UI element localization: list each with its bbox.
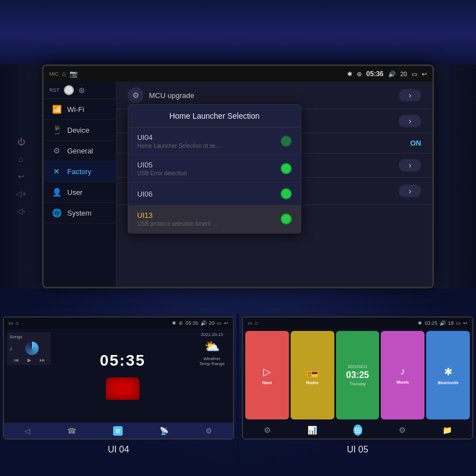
- music-disc: [25, 342, 39, 355]
- status-bar-right: ✱ ⊛ 05:36 🔊 20 ▭ ↩: [347, 70, 427, 78]
- sidebar-item-general[interactable]: ⚙ General: [44, 141, 116, 161]
- usb-error-toggle[interactable]: ON: [410, 139, 422, 147]
- ui04-right-panel: 2021.03.15 ⛅ Weather Temp Range: [191, 329, 233, 423]
- ui05-main-content: ▷ Navi 📻 Radio 2021/03/11 03:25 Thursday: [243, 329, 472, 438]
- sub-screen-ui05-bezel: ▭ ⌂ ✱ 03:25 🔊 18 ▭ ↩: [242, 316, 473, 440]
- dropdown-item-ui06[interactable]: UI06: [128, 183, 301, 206]
- dropdown-item-ui05[interactable]: UI05 USB Error detection: [128, 155, 301, 183]
- sidebar: RST ⊛ 📶 Wi-Fi 📱 Device ⚙ General ✕: [44, 82, 116, 287]
- ui05-indicator: [281, 163, 292, 174]
- dropdown-sub-ui13: USB protocol selection lunent ...: [137, 221, 217, 227]
- ui04-time: 05:35: [185, 320, 198, 326]
- screenshot-icon: 📷: [69, 70, 78, 78]
- sidebar-item-user[interactable]: 👤 User: [44, 182, 116, 203]
- sidebar-item-device[interactable]: 📱 Device: [44, 120, 116, 141]
- ui04-vol-level: 20: [209, 320, 214, 326]
- user-icon: 👤: [52, 188, 62, 197]
- ui05-nav-bar-chart[interactable]: 📊: [307, 426, 317, 435]
- app-tile-music[interactable]: ♪ Music: [381, 331, 424, 419]
- ui04-home-icon: ⌂: [16, 320, 18, 326]
- radio-icon: 📻: [306, 366, 319, 378]
- side-left-decor: ⏻ ⌂ ↩ ◁+ ◁-: [0, 64, 42, 288]
- ui05-label: UI 05: [347, 445, 368, 455]
- settings-row-mcu-left: ⚙ MCU upgrade: [128, 87, 194, 103]
- sidebar-label-factory: Factory: [67, 167, 91, 176]
- ui05-bt-icon: ✱: [418, 320, 422, 326]
- mcu-icon-circle: ⚙: [128, 87, 143, 103]
- rst-circle[interactable]: [64, 85, 74, 95]
- music-icon: ♪: [400, 366, 405, 377]
- ui05-nav-settings[interactable]: ⚙: [264, 426, 271, 435]
- sub-screen-ui04-bezel: ▭ ⌂ ✱ ⊛ 05:35 🔊 20 ▭ ↩: [3, 316, 234, 440]
- dropdown-item-ui13-info: UI13 USB protocol selection lunent ...: [137, 211, 217, 227]
- side-left-icon-3: ↩: [18, 172, 25, 181]
- ui04-back[interactable]: ↩: [224, 320, 228, 326]
- wifi-status-icon: ⊛: [357, 71, 362, 78]
- sub-screen-ui04-inner: ▭ ⌂ ✱ ⊛ 05:35 🔊 20 ▭ ↩: [4, 318, 233, 438]
- ui05-status-bar: ▭ ⌂ ✱ 03:25 🔊 18 ▭ ↩: [243, 318, 472, 329]
- side-left-icon-1: ⏻: [17, 137, 25, 146]
- ui04-car-visual: [106, 373, 139, 400]
- weather-date: 2021.03.15: [200, 332, 223, 337]
- app-grid: ▷ Navi 📻 Radio 2021/03/11 03:25 Thursday: [243, 329, 472, 422]
- back-icon[interactable]: ↩: [422, 71, 427, 78]
- sidebar-item-system[interactable]: 🌐 System: [44, 203, 116, 223]
- dropdown-sub-ui04: Home Launcher Selection nt se...: [137, 143, 220, 149]
- play-icon[interactable]: ▶: [27, 357, 31, 363]
- mcu-chevron[interactable]: ›: [399, 89, 421, 101]
- sidebar-item-wifi[interactable]: 📶 Wi-Fi: [44, 99, 116, 120]
- music-label: Music: [396, 380, 409, 385]
- ui04-big-time: 05:35: [100, 352, 146, 370]
- app-tile-radio[interactable]: 📻 Radio: [291, 331, 334, 419]
- usb-protocol-chevron[interactable]: ›: [399, 159, 421, 171]
- main-content: RST ⊛ 📶 Wi-Fi 📱 Device ⚙ General ✕: [44, 82, 432, 287]
- dashboard-top: [0, 0, 476, 73]
- music-disc-row: ♪: [10, 340, 49, 356]
- status-bar: MIC ⌂ 📷 ✱ ⊛ 05:36 🔊 20 ▭ ↩: [44, 66, 432, 82]
- side-left-icon-5: ◁-: [17, 207, 26, 216]
- dropdown-item-ui13[interactable]: UI13 USB protocol selection lunent ...: [128, 206, 301, 233]
- prev-icon[interactable]: ⏮: [14, 357, 19, 363]
- songs-label: Songs: [10, 334, 49, 339]
- ui04-center-panel: 05:35: [54, 329, 191, 423]
- sidebar-label-device: Device: [67, 126, 90, 134]
- nav-phone-icon[interactable]: ☎: [67, 427, 76, 435]
- system-icon: 🌐: [52, 208, 62, 217]
- dropdown-item-ui04[interactable]: UI04 Home Launcher Selection nt se...: [128, 128, 301, 155]
- main-screen-bezel: MIC ⌂ 📷 ✱ ⊛ 05:36 🔊 20 ▭ ↩ RST ⊛: [42, 64, 434, 288]
- row2-chevron[interactable]: ›: [399, 115, 421, 127]
- nav-arrow-icon[interactable]: ◁: [25, 427, 30, 435]
- dropdown-item-ui05-info: UI05 USB Error detection: [137, 161, 187, 176]
- next-icon[interactable]: ⏭: [40, 357, 45, 363]
- ui04-navbar: ◁ ☎ ⊞ 📡 ⚙: [4, 423, 233, 438]
- navi-icon: ▷: [263, 366, 271, 378]
- ui04-vol-icon: 🔊: [200, 320, 207, 326]
- ui04-status-bar: ▭ ⌂ ✱ ⊛ 05:35 🔊 20 ▭ ↩: [4, 318, 233, 329]
- dropdown-label-ui04: UI04: [137, 133, 220, 142]
- bluetooth-status-icon: ✱: [347, 71, 352, 78]
- app-tile-bluetooth[interactable]: ✱ Bluetooth: [426, 331, 470, 419]
- ui05-nav-grid-active[interactable]: ⊞: [353, 424, 362, 436]
- weather-label: Weather: [203, 356, 220, 361]
- nav-settings-icon[interactable]: ⚙: [206, 427, 212, 435]
- ui05-nav-folder[interactable]: 📁: [442, 426, 452, 435]
- nav-grid-icon[interactable]: ⊞: [113, 426, 123, 436]
- ui05-battery2: ▭: [456, 320, 461, 326]
- app-tile-datetime[interactable]: 2021/03/11 03:25 Thursday: [336, 331, 380, 419]
- ui04-label: UI 04: [108, 445, 129, 455]
- ui05-battery-icon: ▭: [248, 320, 253, 326]
- dropdown-sub-ui05: USB Error detection: [137, 170, 187, 176]
- factory-icon: ✕: [52, 167, 62, 176]
- ui05-back[interactable]: ↩: [463, 320, 468, 326]
- mcu-label: MCU upgrade: [149, 91, 194, 100]
- app-tile-navi[interactable]: ▷ Navi: [245, 331, 289, 419]
- dropdown-label-ui06: UI06: [137, 190, 152, 198]
- device-icon: 📱: [52, 125, 62, 134]
- sub-screen-ui04: ▭ ⌂ ✱ ⊛ 05:35 🔊 20 ▭ ↩: [0, 314, 237, 476]
- music-note-icon: ♪: [10, 345, 13, 352]
- sidebar-item-factory[interactable]: ✕ Factory: [44, 161, 116, 182]
- ui04-wifi-icon: ⊛: [179, 320, 183, 326]
- export-chevron[interactable]: ›: [399, 185, 421, 197]
- nav-signal-icon[interactable]: 📡: [160, 427, 169, 435]
- ui05-nav-gear[interactable]: ⚙: [399, 426, 406, 435]
